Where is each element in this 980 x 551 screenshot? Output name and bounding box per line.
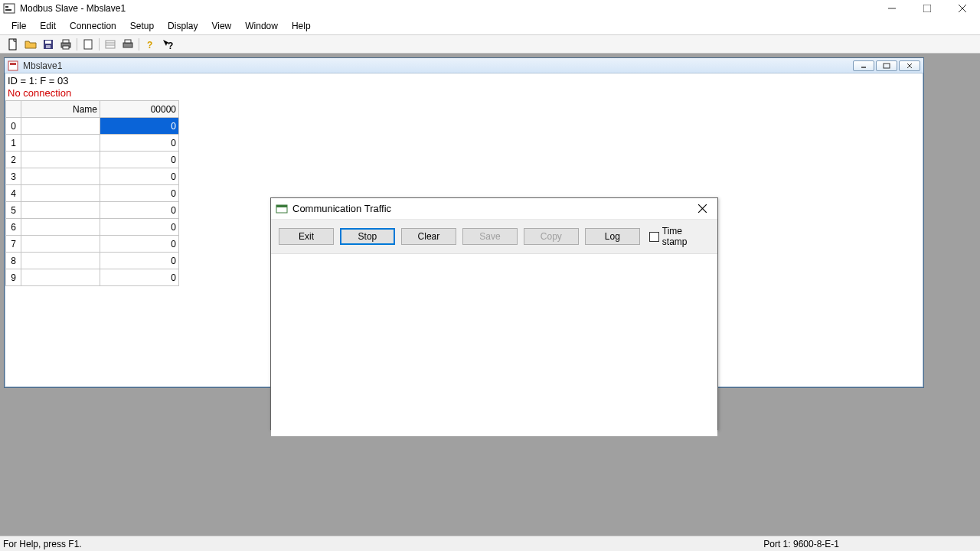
row-index[interactable]: 6 xyxy=(6,219,21,236)
checkbox-icon xyxy=(649,232,659,242)
stop-button[interactable]: Stop xyxy=(340,228,395,245)
cell-name[interactable] xyxy=(21,135,100,152)
dialog-button-row: Exit Stop Clear Save Copy Log Time stamp xyxy=(271,220,717,254)
cell-value[interactable]: 0 xyxy=(100,135,179,152)
table-row[interactable]: 90 xyxy=(6,269,179,286)
corner-cell[interactable] xyxy=(6,101,21,118)
minimize-button[interactable] xyxy=(874,0,910,17)
register-table[interactable]: Name 00000 00102030405060708090 xyxy=(5,100,179,286)
svg-text:?: ? xyxy=(168,41,173,51)
table-row[interactable]: 00 xyxy=(6,118,179,135)
toolbar-sep-3 xyxy=(139,38,139,51)
app-icon xyxy=(3,2,15,15)
cell-name[interactable] xyxy=(21,236,100,253)
menu-edit[interactable]: Edit xyxy=(33,18,63,34)
log-button[interactable]: Log xyxy=(585,228,640,245)
row-index[interactable]: 2 xyxy=(6,152,21,168)
cell-name[interactable] xyxy=(21,269,100,286)
cell-value[interactable]: 0 xyxy=(100,168,179,185)
cell-name[interactable] xyxy=(21,168,100,185)
status-help: For Help, press F1. xyxy=(3,539,82,549)
dialog-close-button[interactable] xyxy=(687,198,717,220)
cell-value[interactable]: 0 xyxy=(100,236,179,253)
col-name[interactable]: Name xyxy=(21,101,100,118)
menu-file[interactable]: File xyxy=(5,18,33,34)
child-titlebar[interactable]: Mbslave1 xyxy=(5,58,923,73)
save-button[interactable]: Save xyxy=(462,228,518,245)
dialog-titlebar[interactable]: Communication Traffic xyxy=(271,198,717,220)
row-index[interactable]: 9 xyxy=(6,269,21,286)
menu-window[interactable]: Window xyxy=(238,18,285,34)
cell-value[interactable]: 0 xyxy=(100,185,179,202)
dialog-title: Communication Traffic xyxy=(292,203,687,214)
menu-setup[interactable]: Setup xyxy=(123,18,161,34)
traffic-list[interactable] xyxy=(271,254,717,436)
cell-name[interactable] xyxy=(21,219,100,236)
print-icon[interactable] xyxy=(57,37,74,52)
cell-name[interactable] xyxy=(21,253,100,269)
cell-name[interactable] xyxy=(21,202,100,219)
close-button[interactable] xyxy=(945,0,980,17)
child-close-button[interactable] xyxy=(899,60,920,71)
timestamp-checkbox[interactable]: Time stamp xyxy=(649,226,710,247)
cell-value[interactable]: 0 xyxy=(100,269,179,286)
svg-rect-19 xyxy=(125,40,131,43)
table-row[interactable]: 30 xyxy=(6,168,179,185)
row-index[interactable]: 8 xyxy=(6,253,21,269)
table-row[interactable]: 50 xyxy=(6,202,179,219)
row-index[interactable]: 1 xyxy=(6,135,21,152)
list-icon[interactable] xyxy=(102,37,119,52)
exit-button[interactable]: Exit xyxy=(279,228,334,245)
row-index[interactable]: 3 xyxy=(6,168,21,185)
mdi-client: Mbslave1 ID = 1: F = 03 No connection Na… xyxy=(0,54,980,536)
cell-value[interactable]: 0 xyxy=(100,219,179,236)
new-icon[interactable] xyxy=(5,37,21,52)
cell-value[interactable]: 0 xyxy=(100,253,179,269)
table-row[interactable]: 20 xyxy=(6,152,179,168)
menu-view[interactable]: View xyxy=(204,18,238,34)
open-icon[interactable] xyxy=(22,37,39,52)
row-index[interactable]: 7 xyxy=(6,236,21,253)
menu-display[interactable]: Display xyxy=(161,18,204,34)
child-minimize-button[interactable] xyxy=(853,60,874,71)
copy-button[interactable]: Copy xyxy=(524,228,579,245)
header-row: Name 00000 xyxy=(6,101,179,118)
cell-value[interactable]: 0 xyxy=(100,202,179,219)
help-icon[interactable]: ? xyxy=(142,37,158,52)
svg-rect-15 xyxy=(106,41,115,48)
maximize-button[interactable] xyxy=(910,0,945,17)
child-window-controls xyxy=(853,60,923,71)
svg-rect-14 xyxy=(84,40,92,49)
svg-text:?: ? xyxy=(147,40,152,51)
cell-name[interactable] xyxy=(21,185,100,202)
cell-name[interactable] xyxy=(21,152,100,168)
child-icon xyxy=(8,60,18,71)
row-index[interactable]: 0 xyxy=(6,118,21,135)
row-index[interactable]: 4 xyxy=(6,185,21,202)
cell-value[interactable]: 0 xyxy=(100,152,179,168)
menu-connection[interactable]: Connection xyxy=(63,18,123,34)
table-row[interactable]: 70 xyxy=(6,236,179,253)
print2-icon[interactable] xyxy=(119,37,136,52)
cell-name[interactable] xyxy=(21,118,100,135)
svg-rect-12 xyxy=(63,40,69,43)
doc-icon[interactable] xyxy=(80,37,96,52)
table-row[interactable]: 80 xyxy=(6,253,179,269)
timestamp-label: Time stamp xyxy=(662,226,710,247)
svg-rect-23 xyxy=(10,63,16,65)
table-row[interactable]: 10 xyxy=(6,135,179,152)
context-help-icon[interactable]: ? xyxy=(159,37,176,52)
id-line: ID = 1: F = 03 xyxy=(5,74,923,87)
table-row[interactable]: 40 xyxy=(6,185,179,202)
col-addr[interactable]: 00000 xyxy=(100,101,179,118)
cell-value[interactable]: 0 xyxy=(100,118,179,135)
save-icon[interactable] xyxy=(40,37,57,52)
svg-rect-7 xyxy=(9,39,16,50)
clear-button[interactable]: Clear xyxy=(401,228,456,245)
row-index[interactable]: 5 xyxy=(6,202,21,219)
menu-help[interactable]: Help xyxy=(285,18,318,34)
toolbar-sep-2 xyxy=(99,38,100,51)
toolbar-sep-1 xyxy=(77,38,77,51)
table-row[interactable]: 60 xyxy=(6,219,179,236)
child-maximize-button[interactable] xyxy=(876,60,897,71)
